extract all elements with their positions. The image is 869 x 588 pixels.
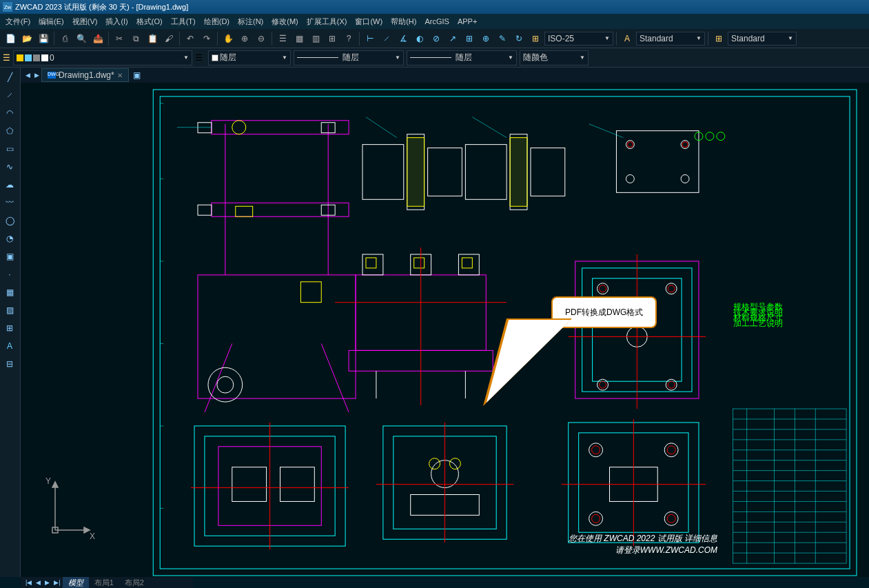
tab-next-button[interactable]: ▶ [32,72,41,79]
chevron-down-icon: ▼ [580,54,585,61]
arc-tool[interactable]: ◠ [1,105,18,121]
menu-view[interactable]: 视图(V) [68,15,102,28]
svg-point-95 [667,446,675,454]
layout-next-button[interactable]: ▶ [43,579,52,586]
close-icon[interactable]: ✕ [117,72,123,79]
layout-prev-button[interactable]: ◀ [34,579,43,586]
hatch-tool[interactable]: ▦ [1,284,18,301]
menu-file[interactable]: 文件(F) [1,15,34,28]
title-bar: Zw ZWCAD 2023 试用版 (剩余 30 天) - [Drawing1.… [0,0,869,14]
new-button[interactable]: 📄 [3,31,18,46]
rectangle-tool[interactable]: ▭ [1,141,18,157]
preview-button[interactable]: 🔍 [74,31,89,46]
menu-draw[interactable]: 绘图(D) [200,15,234,28]
undo-button[interactable]: ↶ [183,31,198,46]
menu-modify[interactable]: 修改(M) [267,15,303,28]
help-button[interactable]: ? [341,31,356,46]
menu-format[interactable]: 格式(O) [132,15,167,28]
layer-manager-button[interactable]: ☰ [3,53,10,63]
pan-button[interactable]: ✋ [221,31,236,46]
menu-tools[interactable]: 工具(T) [167,15,200,28]
dim-center-icon[interactable]: ⊕ [478,31,493,46]
copy-button[interactable]: ⧉ [128,31,143,46]
menu-window[interactable]: 窗口(W) [351,15,387,28]
color-combo[interactable]: 随层 ▼ [208,50,291,65]
drawing-tab[interactable]: DWG Drawing1.dwg* ✕ [41,68,129,82]
revcloud-tool[interactable]: ☁ [1,176,18,193]
line-tool[interactable]: ╱ [1,69,18,85]
polygon-tool[interactable]: ⬠ [1,123,18,139]
layout1-tab[interactable]: 布局1 [89,577,119,589]
dim-style-icon[interactable]: ⊞ [528,31,543,46]
tablestyle-combo[interactable]: Standard▼ [728,32,797,45]
dim-aligned-icon[interactable]: ⟋ [379,31,394,46]
dim-tolerance-icon[interactable]: ⊞ [462,31,477,46]
layout2-tab[interactable]: 布局2 [119,577,150,589]
tab-prev-button[interactable]: ◀ [23,72,32,79]
linetype-combo[interactable]: 随层 ▼ [294,50,404,65]
match-button[interactable]: 🖌 [161,31,176,46]
dim-leader-icon[interactable]: ↗ [445,31,460,46]
print-button[interactable]: ⎙ [57,31,72,46]
cut-button[interactable]: ✂ [112,31,127,46]
open-button[interactable]: 📂 [19,31,34,46]
point-tool[interactable]: · [1,266,18,283]
dim-radius-icon[interactable]: ◐ [412,31,427,46]
textstyle-icon[interactable]: A [620,31,635,46]
properties-button[interactable]: ☰ [275,31,290,46]
redo-button[interactable]: ↷ [199,31,214,46]
svg-rect-73 [232,467,267,502]
layout-last-button[interactable]: ▶| [52,579,62,586]
annotation-callout: PDF转换成DWG格式 [551,296,657,328]
dim-edit-icon[interactable]: ✎ [495,31,510,46]
paste-button[interactable]: 📋 [145,31,160,46]
drawing-area[interactable]: ◀ ▶ DWG Drawing1.dwg* ✕ ▣ [21,68,869,577]
plotstyle-combo[interactable]: 随颜色 ▼ [520,50,589,65]
mtext-tool[interactable]: ⊟ [1,356,18,372]
menu-express[interactable]: 扩展工具(X) [303,15,351,28]
textstyle-combo[interactable]: Standard▼ [636,32,705,45]
spline2-tool[interactable]: 〰 [1,194,18,211]
menu-help[interactable]: 帮助(H) [387,15,420,28]
draw-tool-palette: ╱ ⟋ ◠ ⬠ ▭ ∿ ☁ 〰 ◯ ◔ ▣ · ▦ ▨ ⊞ A ⊟ [0,68,21,577]
layer-combo[interactable]: 0 ▼ [13,50,192,65]
freeze-icon [25,54,32,61]
separator [54,32,54,45]
chevron-down-icon: ▼ [604,35,610,41]
tool-palettes-button[interactable]: ▥ [308,31,323,46]
dim-linear-icon[interactable]: ⊢ [362,31,378,46]
layout-first-button[interactable]: |◀ [23,579,34,586]
color-value: 随层 [220,52,236,63]
menu-arcgis[interactable]: ArcGIS [420,16,453,27]
menu-edit[interactable]: 编辑(E) [34,15,68,28]
menu-insert[interactable]: 插入(I) [101,15,132,28]
menu-app[interactable]: APP+ [453,16,481,27]
trial-watermark: 您在使用 ZWCAD 2022 试用版 详细信息 请登录WWW.ZWCAD.CO… [569,533,717,556]
calc-button[interactable]: ⊞ [325,31,340,46]
ellipse-arc-tool[interactable]: ◔ [1,230,18,247]
table-tool[interactable]: ⊞ [1,320,18,336]
polyline-tool[interactable]: ⟋ [1,87,18,103]
save-button[interactable]: 💾 [36,31,51,46]
dim-diameter-icon[interactable]: ⊘ [429,31,444,46]
chevron-down-icon: ▼ [696,35,702,41]
dim-angular-icon[interactable]: ∡ [396,31,411,46]
dim-update-icon[interactable]: ↻ [511,31,526,46]
text-tool[interactable]: A [1,338,18,354]
menu-dimension[interactable]: 标注(N) [234,15,267,28]
spline-tool[interactable]: ∿ [1,159,18,175]
model-tab[interactable]: 模型 [63,577,89,589]
tablestyle-icon[interactable]: ⊞ [711,31,726,46]
new-tab-button[interactable]: ▣ [129,70,145,80]
canvas[interactable]: 规格型号参数技术要求说明材料规格尺寸加工工艺说明 [21,83,869,577]
block-tool[interactable]: ▣ [1,248,18,265]
zoom-prev-button[interactable]: ⊖ [254,31,269,46]
zoom-button[interactable]: ⊕ [237,31,252,46]
ellipse-tool[interactable]: ◯ [1,212,18,229]
dimstyle-combo[interactable]: ISO-25▼ [544,32,613,45]
design-center-button[interactable]: ▦ [292,31,307,46]
layer-prev-button[interactable]: ☰ [195,53,203,63]
lineweight-combo[interactable]: 随层 ▼ [407,50,517,65]
publish-button[interactable]: 📤 [90,31,105,46]
region-tool[interactable]: ▨ [1,302,18,318]
